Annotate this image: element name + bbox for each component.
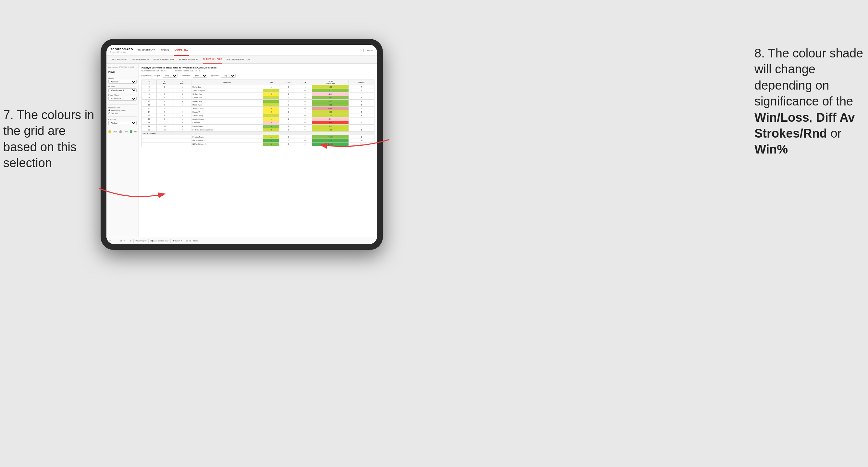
table-row: 3 1 1 Esther Lee 1 0 1 1.50 4: [142, 85, 374, 89]
toolbar-refresh[interactable]: ⟳: [130, 240, 131, 242]
table-row: 10 6 3 Andrea York 2 0 0 4.00 4: [142, 100, 374, 103]
table-row: Foreign Team 1 0 0 4.500 2: [142, 135, 374, 139]
tablet-frame: SCOREBOARD Powered by clippd TOURNAMENTS…: [101, 39, 383, 250]
sidebar-player-rank-label: Player (Rank): [108, 94, 136, 96]
table-row: 15 8 5 Stella Cheng 1 0 0 1.25 4: [142, 114, 374, 118]
table-row: 13 1 1 Jessica Huang 0 1 0 -3.00 2: [142, 107, 374, 110]
sidebar-top100-option[interactable]: Top 100: [108, 112, 136, 114]
toolbar-cut[interactable]: ✂: [124, 240, 125, 242]
region-filter-select[interactable]: (All): [163, 74, 178, 77]
toolbar-grid[interactable]: ⊞: [120, 240, 122, 242]
table-row: 9 1 4 Sharon Mun 1 0 0 3.67 3: [142, 96, 374, 100]
toolbar-icon1[interactable]: ⊡: [186, 240, 188, 242]
toolbar-view-original[interactable]: View: Original: [136, 240, 147, 242]
toolbar-divider-1: [133, 239, 134, 243]
toolbar-divider-2: [148, 239, 149, 243]
th-div: #Div: [142, 80, 157, 85]
table-row: 6 3 3 Sydney Kuo 0 1 0 -1.00: [142, 93, 374, 96]
sidebar-opponent-radio-group: Opponents Played Top 100: [108, 110, 136, 114]
table-row: 11 1 1 Heejo Hyun 1 0 0 3.33 3: [142, 103, 374, 107]
radio-dot-top100: [108, 112, 110, 114]
table-row: NAIA Division 1 15 0 0 9.267 30: [142, 139, 374, 143]
subnav-player-h2h-grid[interactable]: PLAYER H2H GRID: [203, 56, 222, 64]
radio-dot-opponents-played: [108, 110, 110, 111]
toolbar-undo[interactable]: ↺: [109, 240, 111, 242]
filter-row: Opponents: Region (All) Conference (All)…: [142, 74, 374, 77]
legend-row: Down Level Up: [108, 130, 136, 133]
nav-bar: SCOREBOARD Powered by clippd TOURNAMENTS…: [106, 45, 377, 56]
sidebar-colour-by-select[interactable]: Win/loss: [108, 121, 136, 125]
content-title: Katelyn Vo Head-to-Head Grid for Women's…: [142, 66, 374, 69]
legend-down-dot: [108, 130, 111, 133]
conference-filter-select[interactable]: (All): [193, 74, 207, 77]
bottom-toolbar: ↺ ← → ⊞ ✂ · ⟳ View: Original 💾 Save Cust…: [106, 237, 377, 244]
opponents-filter-label: Opponents:: [142, 75, 152, 76]
toolbar-back[interactable]: ←: [113, 240, 115, 242]
conference-filter-label: Conference: [180, 75, 190, 76]
opponent-filter-label: Opponent: [210, 75, 218, 76]
sidebar-player-title: Player: [108, 71, 136, 73]
th-rounds: Rounds: [348, 80, 374, 85]
toolbar-share[interactable]: Share: [193, 240, 198, 242]
table-row: 5 2 2 Alexis Sudijanto 1 0 0 4.00 3: [142, 89, 374, 93]
th-diff: Diff AvStrokes/Rnd: [312, 80, 349, 85]
legend-down-label: Down: [113, 131, 118, 133]
sidebar-opponents-played-option[interactable]: Opponents Played: [108, 110, 136, 111]
sidebar-opponent-view-label: Opponent view: [108, 107, 136, 109]
table-row: 16 9 1 Jessica Mason 1 2 0 -0.94: [142, 118, 374, 121]
legend-up-label: Up: [134, 131, 136, 133]
main-content: Last Updated: 27/03/2024 16:55:38 Player…: [106, 64, 377, 237]
toolbar-forward[interactable]: →: [117, 240, 118, 242]
toolbar-paste[interactable]: ·: [127, 240, 128, 242]
sidebar-division-select[interactable]: NCAA Division III: [108, 88, 136, 92]
tablet-screen: SCOREBOARD Powered by clippd TOURNAMENTS…: [106, 45, 377, 244]
table-row: 18 2 2 Euna Lee 0 2 0 -5.00 2: [142, 121, 374, 125]
nav-committee[interactable]: COMMITTEE: [174, 45, 189, 56]
subnav-team-h2h-grid[interactable]: TEAM H2H GRID: [132, 56, 149, 64]
toolbar-icon2[interactable]: ⊞: [189, 240, 191, 242]
content-record: Overall Record: 353 - 34 - 6 Division Re…: [142, 70, 374, 72]
sidebar-timestamp: Last Updated: 27/03/2024 16:55:38: [108, 66, 136, 68]
nav-separator: |: [364, 49, 364, 51]
annotation-left: 7. The colours in the grid are based on …: [3, 107, 97, 172]
sidebar-colour-by-label: Colour by: [108, 119, 136, 120]
legend-level-label: Level: [124, 131, 128, 133]
app-logo-sub: Powered by clippd: [110, 51, 133, 53]
division-record-label: Division Record: 331 - 34 - 6: [175, 70, 200, 72]
th-reg: #Reg: [156, 80, 173, 85]
opponent-filter-select[interactable]: (All): [221, 74, 236, 77]
th-opponent: Opponent: [191, 80, 263, 85]
th-win: Win: [263, 80, 279, 85]
app-logo: SCOREBOARD Powered by clippd: [110, 48, 133, 53]
table-row: 19 10 6 Emily Chang 4 1 0 0.30 11: [142, 125, 374, 128]
subnav-player-summary[interactable]: PLAYER SUMMARY: [179, 56, 198, 64]
nav-items: TOURNAMENTS TEAMS COMMITTEE: [137, 45, 364, 56]
toolbar-watch[interactable]: 👁 Watch ▾: [173, 240, 181, 242]
table-row: 20 11 7 Federica Domecq Lacroze 2 1 0 1.…: [142, 128, 374, 132]
subnav-player-h2h-heatmap[interactable]: PLAYER H2H HEATMAP: [226, 56, 250, 64]
h2h-table: #Div #Reg #Conf Opponent Win Loss Tie Di…: [142, 80, 374, 146]
table-row: 14 7 4 Eunice Yi 2 2 0 0.38 9: [142, 110, 374, 114]
nav-right: | Sign out: [364, 49, 373, 51]
nav-teams[interactable]: TEAMS: [160, 45, 169, 56]
sidebar-gender-select[interactable]: Women's: [108, 80, 136, 84]
subnav-team-h2h-heatmap[interactable]: TEAM H2H HEATMAP: [153, 56, 175, 64]
overall-record-label: Overall Record: 353 - 34 - 6: [142, 70, 165, 72]
out-of-division-header: Out of division: [142, 132, 374, 135]
sign-out-button[interactable]: Sign out: [367, 49, 373, 51]
subnav-team-summary[interactable]: TEAM SUMMARY: [110, 56, 127, 64]
sidebar-gender-label: Gender: [108, 77, 136, 79]
th-conf: #Conf: [173, 80, 191, 85]
nav-tournaments[interactable]: TOURNAMENTS: [137, 45, 156, 56]
th-loss: Loss: [279, 80, 298, 85]
content-area: Katelyn Vo Head-to-Head Grid for Women's…: [139, 64, 377, 237]
region-filter-label: Region: [154, 75, 160, 76]
legend-up-dot: [130, 130, 132, 133]
toolbar-save-custom[interactable]: 💾 Save Custom View: [151, 240, 168, 242]
sidebar: Last Updated: 27/03/2024 16:55:38 Player…: [106, 64, 139, 237]
toolbar-divider-3: [170, 239, 171, 243]
th-tie: Tie: [298, 80, 312, 85]
sidebar-division-label: Division: [108, 86, 136, 88]
sub-nav: TEAM SUMMARY TEAM H2H GRID TEAM H2H HEAT…: [106, 56, 377, 64]
sidebar-player-rank-select[interactable]: 8. Katelyn Vo: [108, 97, 136, 101]
